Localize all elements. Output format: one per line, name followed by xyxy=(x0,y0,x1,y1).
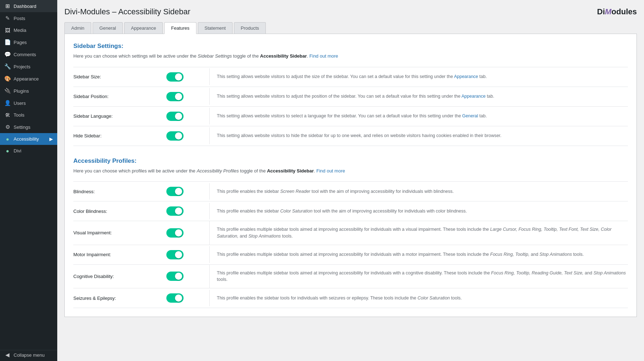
sidebar-item-tools[interactable]: 🛠 Tools xyxy=(0,109,57,121)
tab-bar: Admin General Appearance Features Statem… xyxy=(64,22,637,34)
media-icon: 🖼 xyxy=(4,27,11,33)
sidebar: ⊞ Dashboard ✎ Posts 🖼 Media 📄 Pages 💬 Co… xyxy=(0,0,57,361)
hide-sidebar-slider xyxy=(166,131,184,141)
appearance-link-2[interactable]: Appearance xyxy=(462,94,486,99)
motor-impairment-slider xyxy=(166,250,184,259)
settings-panel: Sidebar Settings: Here you can choose wh… xyxy=(64,34,637,317)
motor-impairment-toggle[interactable] xyxy=(166,250,184,259)
sidebar-item-label: Plugins xyxy=(14,88,29,94)
sidebar-size-toggle[interactable] xyxy=(166,72,184,82)
visual-impairment-label: Visual Impairment: xyxy=(73,225,166,240)
divi-icon: ● xyxy=(4,148,11,154)
tab-products[interactable]: Products xyxy=(234,22,266,34)
blindness-slider xyxy=(166,187,184,196)
collapse-menu-label: Collapse menu xyxy=(14,352,45,358)
sidebar-item-media[interactable]: 🖼 Media xyxy=(0,24,57,36)
tab-general[interactable]: General xyxy=(93,22,123,34)
sidebar-item-divi[interactable]: ● Divi xyxy=(0,145,57,157)
page-header: Divi-Modules – Accessibility Sidebar DiM… xyxy=(64,7,637,16)
color-blindness-toggle[interactable] xyxy=(166,206,184,216)
tab-statement[interactable]: Statement xyxy=(198,22,233,34)
color-blindness-row: Color Blindness: This profile enables th… xyxy=(73,201,628,221)
tools-icon: 🛠 xyxy=(4,112,11,118)
sidebar-item-label: Posts xyxy=(14,16,25,21)
sidebar-position-toggle-cell xyxy=(166,87,209,106)
blindness-desc: This profile enables the sidebar Screen … xyxy=(209,183,628,200)
sidebar-item-comments[interactable]: 💬 Comments xyxy=(0,48,57,60)
tab-features[interactable]: Features xyxy=(164,22,196,34)
cognitive-disability-toggle[interactable] xyxy=(166,272,184,281)
sidebar-position-slider xyxy=(166,92,184,101)
sidebar-item-projects[interactable]: 🔧 Projects xyxy=(0,60,57,73)
sidebar-item-label: Accessibility xyxy=(14,136,39,142)
comments-icon: 💬 xyxy=(4,51,11,58)
tab-appearance[interactable]: Appearance xyxy=(124,22,163,34)
sidebar-item-dashboard[interactable]: ⊞ Dashboard xyxy=(0,0,57,12)
cognitive-disability-desc: This profile enables multiple sidebar to… xyxy=(209,265,628,288)
page-title: Divi-Modules – Accessibility Sidebar xyxy=(64,7,190,16)
sidebar-size-desc: This setting allows website visitors to … xyxy=(209,68,628,85)
seizures-epilepsy-desc: This profile enables the sidebar tools f… xyxy=(209,290,628,307)
sidebar-language-toggle[interactable] xyxy=(166,112,184,121)
blindness-row: Blindness: This profile enables the side… xyxy=(73,181,628,201)
collapse-menu-item[interactable]: ◀ Collapse menu xyxy=(0,350,57,361)
hide-sidebar-label: Hide Sidebar: xyxy=(73,128,166,143)
general-link-1[interactable]: General xyxy=(462,113,478,118)
hide-sidebar-toggle[interactable] xyxy=(166,131,184,141)
blindness-toggle[interactable] xyxy=(166,187,184,196)
pages-icon: 📄 xyxy=(4,39,11,45)
visual-impairment-toggle[interactable] xyxy=(166,228,184,238)
seizures-epilepsy-row: Seizures & Epilepsy: This profile enable… xyxy=(73,288,628,308)
seizures-epilepsy-toggle[interactable] xyxy=(166,293,184,303)
posts-icon: ✎ xyxy=(4,15,11,21)
sidebar-position-row: Sidebar Position: This setting allows we… xyxy=(73,87,628,106)
motor-impairment-toggle-cell xyxy=(166,245,209,264)
cognitive-disability-row: Cognitive Disability: This profile enabl… xyxy=(73,264,628,288)
hide-sidebar-desc: This setting allows website visitors to … xyxy=(209,127,628,144)
content-area: Divi-Modules – Accessibility Sidebar DiM… xyxy=(57,0,644,361)
sidebar-item-plugins[interactable]: 🔌 Plugins xyxy=(0,85,57,97)
visual-impairment-row: Visual Impairment: This profile enables … xyxy=(73,221,628,245)
color-blindness-toggle-cell xyxy=(166,201,209,221)
sidebar-item-pages[interactable]: 📄 Pages xyxy=(0,36,57,48)
sidebar-language-row: Sidebar Language: This setting allows we… xyxy=(73,106,628,126)
sidebar-item-settings[interactable]: ⚙ Settings xyxy=(0,121,57,133)
sidebar-settings-find-more-link[interactable]: Find out more xyxy=(309,53,338,59)
users-icon: 👤 xyxy=(4,100,11,106)
sidebar-item-accessibility[interactable]: ● Accessibility ▶ xyxy=(0,133,57,145)
blindness-label: Blindness: xyxy=(73,184,166,199)
sidebar-size-label: Sidebar Size: xyxy=(73,69,166,84)
sidebar-language-desc: This setting allows website visitors to … xyxy=(209,108,628,125)
seizures-epilepsy-toggle-cell xyxy=(166,288,209,308)
sidebar-language-label: Sidebar Language: xyxy=(73,108,166,124)
plugins-icon: 🔌 xyxy=(4,88,11,94)
projects-icon: 🔧 xyxy=(4,63,11,70)
sidebar-position-label: Sidebar Position: xyxy=(73,89,166,104)
sidebar-settings-desc: Here you can choose which settings will … xyxy=(73,53,628,60)
sidebar-size-slider xyxy=(166,72,184,82)
sidebar-item-label: Pages xyxy=(14,40,27,45)
sidebar-item-appearance[interactable]: 🎨 Appearance xyxy=(0,73,57,85)
sidebar-size-row: Sidebar Size: This setting allows websit… xyxy=(73,67,628,87)
brand-logo: DiModules xyxy=(597,7,637,16)
appearance-link-1[interactable]: Appearance xyxy=(454,74,478,79)
sidebar-item-posts[interactable]: ✎ Posts xyxy=(0,12,57,24)
accessibility-profiles-section: Accessibility Profiles: Here you can cho… xyxy=(73,157,628,308)
tab-admin[interactable]: Admin xyxy=(64,22,91,34)
accessibility-profiles-find-more-link[interactable]: Find out more xyxy=(316,168,345,174)
cognitive-disability-toggle-cell xyxy=(166,267,209,286)
blindness-toggle-cell xyxy=(166,182,209,201)
settings-icon: ⚙ xyxy=(4,124,11,130)
sidebar-settings-title: Sidebar Settings: xyxy=(73,43,628,50)
sidebar-position-toggle[interactable] xyxy=(166,92,184,101)
sidebar-item-label: Tools xyxy=(14,112,24,118)
cognitive-disability-slider xyxy=(166,272,184,281)
seizures-epilepsy-slider xyxy=(166,293,184,303)
cognitive-disability-label: Cognitive Disability: xyxy=(73,269,166,284)
visual-impairment-slider xyxy=(166,228,184,238)
sidebar-language-slider xyxy=(166,112,184,121)
sidebar-language-toggle-cell xyxy=(166,107,209,126)
hide-sidebar-row: Hide Sidebar: This setting allows websit… xyxy=(73,126,628,146)
sidebar-item-label: Users xyxy=(14,101,26,106)
sidebar-item-users[interactable]: 👤 Users xyxy=(0,97,57,109)
